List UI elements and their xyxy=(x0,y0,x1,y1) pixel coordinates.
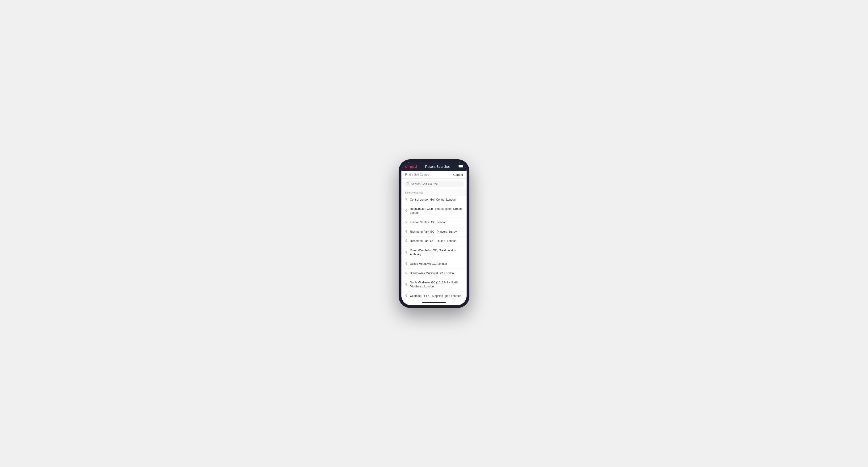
top-navigation-bar: clippd Recent Searches xyxy=(401,162,467,170)
course-name: Brent Valley Municipal GC, London xyxy=(410,271,454,275)
menu-icon[interactable] xyxy=(459,165,463,168)
list-item[interactable]: Central London Golf Centre, London xyxy=(401,195,467,205)
location-pin-icon xyxy=(405,221,408,224)
location-pin-icon xyxy=(405,283,408,286)
list-item[interactable]: Royal Wimbledon GC, Great London Authori… xyxy=(401,246,467,259)
location-pin-icon xyxy=(405,209,408,213)
list-item[interactable]: Brent Valley Municipal GC, London xyxy=(401,269,467,278)
course-name: Richmond Park GC - Prince's, Surrey xyxy=(410,230,457,234)
course-name: Central London Golf Centre, London xyxy=(410,198,456,202)
home-bar xyxy=(422,302,446,303)
find-label: Find a Golf Course xyxy=(405,173,429,176)
location-pin-icon xyxy=(405,272,408,275)
content-area: Find a Golf Course Cancel Nearby courses xyxy=(401,170,467,305)
course-name: Richmond Park GC - Duke's, London xyxy=(410,239,457,243)
phone-frame: clippd Recent Searches Find a Golf Cours… xyxy=(399,159,469,308)
svg-line-1 xyxy=(408,184,409,185)
phone-screen: clippd Recent Searches Find a Golf Cours… xyxy=(401,162,467,305)
search-input[interactable] xyxy=(411,182,461,186)
course-name: North Middlesex GC (1011942 - North Midd… xyxy=(410,281,463,289)
course-list: Central London Golf Centre, London Roeha… xyxy=(401,195,467,301)
location-pin-icon xyxy=(405,198,408,201)
home-indicator xyxy=(401,301,467,305)
nearby-section-label: Nearby courses xyxy=(401,189,467,195)
course-name: London Scottish GC, London xyxy=(410,220,446,224)
location-pin-icon xyxy=(405,294,408,298)
list-item[interactable]: Dukes Meadows GC, London xyxy=(401,259,467,269)
list-item[interactable]: Coombe Hill GC, Kingston upon Thames xyxy=(401,291,467,301)
list-item[interactable]: Roehampton Club - Roehampton, Greater Lo… xyxy=(401,205,467,218)
location-pin-icon xyxy=(405,262,408,266)
location-pin-icon xyxy=(405,251,408,254)
search-bar-wrapper xyxy=(401,179,467,189)
course-name: Coombe Hill GC, Kingston upon Thames xyxy=(410,294,461,298)
course-name: Royal Wimbledon GC, Great London Authori… xyxy=(410,248,463,256)
cancel-button[interactable]: Cancel xyxy=(453,173,463,177)
search-bar xyxy=(404,181,464,187)
app-logo: clippd xyxy=(405,164,417,169)
search-icon xyxy=(407,182,409,186)
location-pin-icon xyxy=(405,239,408,243)
course-name: Dukes Meadows GC, London xyxy=(410,262,447,266)
list-item[interactable]: North Middlesex GC (1011942 - North Midd… xyxy=(401,278,467,291)
list-item[interactable]: London Scottish GC, London xyxy=(401,218,467,227)
location-pin-icon xyxy=(405,230,408,234)
list-item[interactable]: Richmond Park GC - Duke's, London xyxy=(401,237,467,246)
list-item[interactable]: Richmond Park GC - Prince's, Surrey xyxy=(401,227,467,237)
find-header: Find a Golf Course Cancel xyxy=(401,170,467,179)
course-name: Roehampton Club - Roehampton, Greater Lo… xyxy=(410,207,463,215)
page-title: Recent Searches xyxy=(425,165,450,168)
